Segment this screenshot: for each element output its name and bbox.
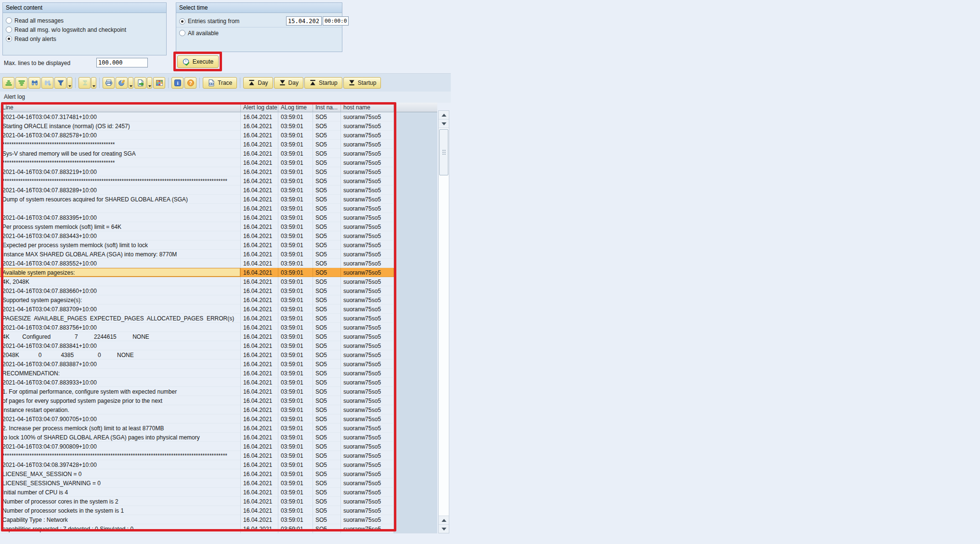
table-cell[interactable]: SO5 (313, 506, 341, 515)
table-cell[interactable]: 16.04.2021 (241, 314, 278, 323)
table-row[interactable]: 2021-04-16T03:04:07.883443+10:0016.04.20… (0, 231, 451, 240)
table-cell[interactable]: 16.04.2021 (241, 460, 278, 469)
table-cell[interactable]: SO5 (313, 305, 341, 314)
table-cell[interactable]: 16.04.2021 (241, 186, 278, 195)
table-cell[interactable]: SO5 (313, 277, 341, 286)
table-cell[interactable]: Per process system memlock (soft) limit … (0, 222, 241, 231)
table-cell[interactable]: 2021-04-16T03:04:07.883756+10:00 (0, 323, 241, 332)
table-cell[interactable]: 03:59:01 (278, 478, 313, 488)
table-cell[interactable]: 2021-04-16T03:04:07.883841+10:00 (0, 341, 241, 350)
table-cell[interactable]: suoranw75so5 (341, 305, 394, 314)
table-cell[interactable]: SO5 (313, 121, 341, 131)
table-row[interactable]: instance MAX SHARED GLOBAL AREA (SGA) in… (0, 250, 451, 259)
table-cell[interactable]: suoranw75so5 (341, 195, 394, 204)
table-cell[interactable]: 03:59:01 (278, 451, 313, 460)
table-cell[interactable]: 03:59:01 (278, 515, 313, 524)
table-cell[interactable]: 2021-04-16T03:04:07.883443+10:00 (0, 231, 241, 240)
table-cell[interactable]: 2021-04-16T03:04:07.883552+10:00 (0, 259, 241, 268)
table-cell[interactable]: SO5 (313, 414, 341, 424)
column-header[interactable]: host name (341, 103, 394, 112)
table-cell[interactable]: Starting ORACLE instance (normal) (OS id… (0, 121, 241, 131)
table-cell[interactable]: suoranw75so5 (341, 323, 394, 332)
filter-dropdown-button[interactable] (67, 77, 72, 89)
sort-ascending-button[interactable] (2, 77, 14, 89)
table-cell[interactable]: SO5 (313, 140, 341, 149)
table-cell[interactable]: 03:59:01 (278, 405, 313, 414)
table-cell[interactable]: 16.04.2021 (241, 131, 278, 140)
table-cell[interactable]: 03:59:01 (278, 259, 313, 268)
table-cell[interactable]: suoranw75so5 (341, 186, 394, 195)
table-row[interactable]: 2021-04-16T03:04:07.883841+10:0016.04.20… (0, 341, 451, 350)
table-cell[interactable]: 4K, 2048K (0, 277, 241, 286)
table-cell[interactable]: suoranw75so5 (341, 497, 394, 506)
table-cell[interactable]: 16.04.2021 (241, 488, 278, 497)
table-row[interactable]: capabilities requested : 7 detected : 0 … (0, 524, 451, 533)
table-row[interactable]: ****************************************… (0, 176, 451, 186)
table-cell[interactable]: SO5 (313, 149, 341, 158)
table-cell[interactable]: suoranw75so5 (341, 240, 394, 250)
table-cell[interactable]: suoranw75so5 (341, 149, 394, 158)
table-cell[interactable]: Dump of system resources acquired for SH… (0, 195, 241, 204)
table-cell[interactable]: ****************************************… (0, 451, 241, 460)
vertical-scrollbar[interactable] (438, 110, 449, 533)
table-row[interactable]: instance restart operation.16.04.202103:… (0, 405, 451, 414)
table-cell[interactable]: 03:59:01 (278, 186, 313, 195)
column-header[interactable]: Inst na... (313, 103, 341, 112)
filter-button[interactable] (54, 77, 66, 89)
table-cell[interactable]: 16.04.2021 (241, 506, 278, 515)
table-row[interactable]: Supported system pagesize(s):16.04.20210… (0, 295, 451, 305)
table-cell[interactable]: to lock 100% of SHARED GLOBAL AREA (SGA)… (0, 433, 241, 442)
table-cell[interactable]: SO5 (313, 240, 341, 250)
table-cell[interactable]: 03:59:01 (278, 396, 313, 405)
table-cell[interactable]: SO5 (313, 497, 341, 506)
table-cell[interactable]: suoranw75so5 (341, 314, 394, 323)
table-cell[interactable] (0, 204, 241, 213)
table-cell[interactable]: 03:59:01 (278, 323, 313, 332)
table-cell[interactable]: 16.04.2021 (241, 204, 278, 213)
table-cell[interactable]: 16.04.2021 (241, 167, 278, 176)
table-cell[interactable]: suoranw75so5 (341, 121, 394, 131)
table-cell[interactable]: 16.04.2021 (241, 323, 278, 332)
sum-button[interactable] (78, 77, 91, 89)
table-row[interactable]: 4K Configured 7 2244615 NONE16.04.202103… (0, 332, 451, 341)
table-row[interactable]: Sys-V shared memory will be used for cre… (0, 149, 451, 158)
table-cell[interactable]: 4K Configured 7 2244615 NONE (0, 332, 241, 341)
table-cell[interactable]: 03:59:01 (278, 167, 313, 176)
table-cell[interactable]: 2021-04-16T03:04:07.883933+10:00 (0, 378, 241, 387)
table-cell[interactable]: 03:59:01 (278, 524, 313, 533)
table-row[interactable]: 2021-04-16T03:04:07.900809+10:0016.04.20… (0, 442, 451, 451)
table-cell[interactable]: LICENSE_MAX_SESSION = 0 (0, 469, 241, 478)
table-cell[interactable]: 16.04.2021 (241, 469, 278, 478)
table-cell[interactable]: 03:59:01 (278, 378, 313, 387)
table-cell[interactable]: suoranw75so5 (341, 277, 394, 286)
table-cell[interactable]: SO5 (313, 341, 341, 350)
table-row[interactable]: 2021-04-16T03:04:07.883887+10:0016.04.20… (0, 359, 451, 369)
table-cell[interactable]: 16.04.2021 (241, 277, 278, 286)
table-cell[interactable]: suoranw75so5 (341, 112, 394, 121)
table-row[interactable]: LICENSE_SESSIONS_WARNING = 016.04.202103… (0, 478, 451, 488)
table-cell[interactable]: SO5 (313, 424, 341, 433)
radio-read-only-alerts[interactable]: Read only alerts (6, 34, 163, 43)
table-cell[interactable]: 2021-04-16T03:04:07.883709+10:00 (0, 305, 241, 314)
table-cell[interactable]: Number of processor cores in the system … (0, 497, 241, 506)
table-cell[interactable]: 03:59:01 (278, 305, 313, 314)
table-cell[interactable]: 16.04.2021 (241, 121, 278, 131)
table-cell[interactable]: 16.04.2021 (241, 369, 278, 378)
table-cell[interactable]: SO5 (313, 268, 341, 277)
table-row[interactable]: 1. For optimal performance, configure sy… (0, 387, 451, 396)
table-cell[interactable]: 16.04.2021 (241, 424, 278, 433)
table-cell[interactable]: SO5 (313, 158, 341, 167)
table-cell[interactable]: instance MAX SHARED GLOBAL AREA (SGA) in… (0, 250, 241, 259)
table-cell[interactable]: 2048K 0 4385 0 NONE (0, 350, 241, 359)
table-cell[interactable]: 03:59:01 (278, 149, 313, 158)
table-cell[interactable]: SO5 (313, 186, 341, 195)
table-row[interactable]: Number of processor sockets in the syste… (0, 506, 451, 515)
table-cell[interactable]: suoranw75so5 (341, 259, 394, 268)
table-cell[interactable]: 03:59:01 (278, 204, 313, 213)
table-cell[interactable]: 03:59:01 (278, 469, 313, 478)
table-cell[interactable]: 2021-04-16T03:04:07.900809+10:00 (0, 442, 241, 451)
scrollbar-down-button[interactable] (439, 119, 449, 128)
table-cell[interactable]: 16.04.2021 (241, 286, 278, 295)
table-cell[interactable]: 03:59:01 (278, 195, 313, 204)
table-cell[interactable]: Available system pagesizes: (0, 268, 241, 277)
